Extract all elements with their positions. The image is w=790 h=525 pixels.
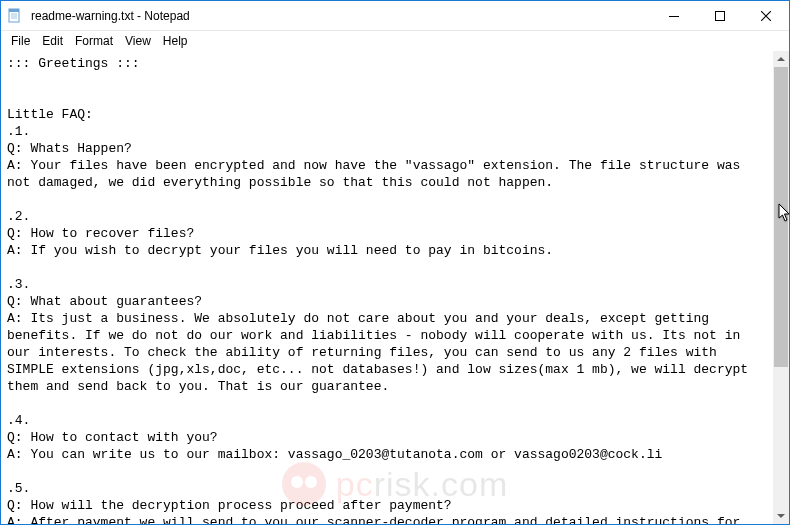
menu-edit[interactable]: Edit: [36, 33, 69, 49]
notepad-window: readme-warning.txt - Notepad File Edit F…: [0, 0, 790, 525]
scroll-down-button[interactable]: [773, 508, 789, 524]
svg-rect-6: [716, 11, 725, 20]
menu-help[interactable]: Help: [157, 33, 194, 49]
menu-file[interactable]: File: [5, 33, 36, 49]
text-content[interactable]: ::: Greetings ::: Little FAQ: .1. Q: Wha…: [1, 51, 773, 524]
menu-format[interactable]: Format: [69, 33, 119, 49]
client-area: ::: Greetings ::: Little FAQ: .1. Q: Wha…: [1, 51, 789, 524]
scroll-up-button[interactable]: [773, 51, 789, 67]
close-button[interactable]: [743, 1, 789, 31]
scrollbar-track[interactable]: [773, 67, 789, 508]
svg-rect-1: [9, 9, 19, 12]
window-title: readme-warning.txt - Notepad: [29, 9, 651, 23]
titlebar[interactable]: readme-warning.txt - Notepad: [1, 1, 789, 31]
minimize-button[interactable]: [651, 1, 697, 31]
vertical-scrollbar[interactable]: [773, 51, 789, 524]
scrollbar-thumb[interactable]: [774, 67, 788, 367]
menubar: File Edit Format View Help: [1, 31, 789, 51]
svg-rect-5: [669, 16, 679, 17]
menu-view[interactable]: View: [119, 33, 157, 49]
maximize-button[interactable]: [697, 1, 743, 31]
notepad-icon: [1, 8, 29, 24]
